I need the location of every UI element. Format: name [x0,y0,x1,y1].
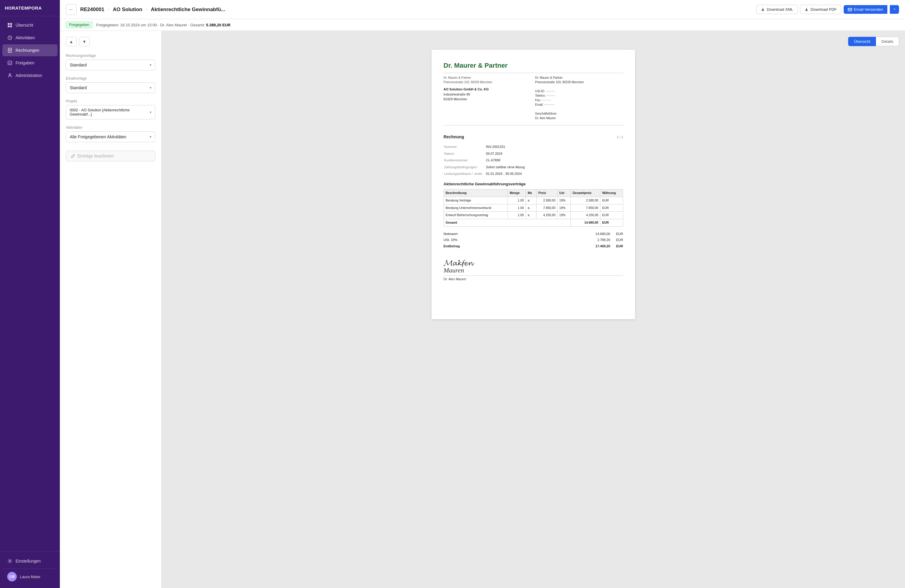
kundennummer-label: Kundennummer: [444,157,486,164]
ust-id: USt-ID: ··········· [535,89,623,94]
table-row: Beratung Verträge 1.00 a 2.580,00 19% 2.… [444,197,623,204]
zahlungsbedingungen-label: Zahlungsbedingungen: [444,164,486,170]
projekt-arrow-icon: ▾ [150,110,151,114]
sidebar-item-freigaben[interactable]: Freigaben [2,57,57,69]
separator-dot-1: · [108,6,109,13]
row3-preis: 4.250,00 [536,212,557,219]
aktivitaten-arrow-icon: ▾ [150,135,151,139]
aktivitaten-label: Aktivitäten [66,126,155,130]
divider-2 [443,125,623,126]
sidebar-nav: Übersicht Aktivitäten Rechnungen Freigab… [0,16,60,551]
endbetrag-row: Endbetrag 17.469,20 EUR [443,243,623,250]
signature-area: 𝓜𝓪𝓴𝓯𝓮𝓷 Mauren Dr. Alex Maurer [443,259,623,282]
email-caret-button[interactable] [890,5,899,14]
main-area: ← RE240001 · AO Solution · Aktienrechtli… [60,0,905,588]
total-label: Gesamt [444,219,571,227]
sender-address: Dr. Maurer & PartnerPriennerstraße 103, … [443,75,532,84]
sidebar-item-ubersicht[interactable]: Übersicht [2,19,57,31]
download-xml-label: Download XML [767,7,793,12]
sidebar-item-rechnungen[interactable]: Rechnungen [2,44,57,56]
status-badge: Freigegeben [66,22,92,28]
tab-details[interactable]: Details [876,37,899,46]
invoice-section-title: Rechnung [443,134,464,140]
emailvorlage-label: Emailvorlage [66,76,155,81]
geschäftsführer-label: Geschäftsführer: [535,111,623,116]
sidebar-item-aktivitaten[interactable]: Aktivitäten [2,32,57,44]
statusbar: Freigegeben Freigegeben: 18.10.2024 um 1… [60,19,905,31]
invoice-header-grid: Dr. Maurer & PartnerPriennerstraße 103, … [443,75,623,120]
row3-ust: 19% [557,212,570,219]
back-button[interactable]: ← [66,4,76,15]
row1-wahrung: EUR [600,197,623,204]
row1-gesamtpreis: 2.580,00 [570,197,600,204]
nummer-label: Nummer: [444,144,486,150]
datum-label: Datum: [444,151,486,157]
emailvorlage-value: Standard [70,85,87,90]
nummer-value: INV-2001331 [486,144,527,150]
sidebar-label-aktivitaten: Aktivitäten [16,35,35,40]
col-wahrung: Währung [600,189,623,197]
fax: Fax: ··········· [535,98,623,102]
rechnungsvorlage-label: Rechnungsvorlage [66,54,155,58]
aktivitaten-select[interactable]: Alle Freigegebenen Aktivitäten ▾ [66,132,155,142]
email: Email: ············ [535,102,623,107]
kundennummer-value: CL-67890 [486,157,527,164]
row2-beschreibung: Beratung Unternehmensverbund [444,204,508,212]
row2-wahrung: EUR [600,204,623,212]
scroll-up-button[interactable]: ▲ [66,37,76,46]
ust-amount: 2.789,20 [597,237,610,243]
col-menge: Menge [508,189,526,197]
grid-icon [7,22,13,28]
sidebar-label-einstellungen: Einstellungen [16,559,41,563]
download-xml-icon [761,8,765,12]
row3-wahrung: EUR [600,212,623,219]
emailvorlage-select[interactable]: Standard ▾ [66,82,155,93]
divider-1 [443,73,623,73]
back-arrow-icon: ← [69,7,74,12]
clock-icon [7,35,13,40]
row2-menge: 1.00 [508,204,526,212]
rechnungsvorlage-value: Standard [70,63,87,67]
download-pdf-button[interactable]: Download PDF [800,5,841,14]
email-icon [848,8,852,12]
scroll-down-button[interactable]: ▼ [79,37,90,46]
col-me: Me [526,189,537,197]
caret-down-icon [893,8,896,11]
row3-me: a [526,212,537,219]
email-versenden-label: Email Versenden [854,7,883,12]
svg-rect-3 [10,25,12,27]
page-number: 1 / 2 [617,135,623,140]
rechnungsvorlage-select[interactable]: Standard ▾ [66,60,155,70]
endbetrag-currency: EUR [616,244,623,249]
gear-icon [7,558,13,564]
sidebar-item-einstellungen[interactable]: Einstellungen [2,555,57,567]
row3-menge: 1.00 [508,212,526,219]
row2-gesamtpreis: 7.850,00 [570,204,600,212]
topbar-actions: Download XML Download PDF Email Versende… [756,5,899,14]
address-right: Dr. Maurer & Partner Priennerstraße 103,… [535,75,623,120]
nettowert-currency: EUR [616,231,623,237]
datum-value: 09.07.2024 [486,151,527,157]
sidebar-label-administration: Administration [16,73,42,78]
row3-beschreibung: Entwurf Beherrschungsvertrag [444,212,508,219]
invoice-number: RE240001 [80,6,104,13]
tab-ubersicht[interactable]: Übersicht [848,37,876,46]
rechnungsvorlage-group: Rechnungsvorlage Standard ▾ [66,54,155,70]
leistungszeitraum-value: 01.01.2024 - 30.06.2024 [486,171,527,177]
download-xml-button[interactable]: Download XML [756,5,797,14]
invoice-totals: Nettowert 14.680,00 EUR USt. 19% 2.789,2… [443,231,623,250]
invoice-icon [7,48,13,53]
sidebar-label-rechnungen: Rechnungen [16,48,39,53]
sender-right-line2: Priennerstraße 103, 80339 München [535,80,623,84]
sidebar-label-freigaben: Freigaben [16,60,35,65]
projekt-select[interactable]: 0002 - AO Solution [Aktienrechtliche Gew… [66,105,155,119]
table-row: Entwurf Beherrschungsvertrag 1.00 a 4.25… [444,212,623,219]
row1-me: a [526,197,537,204]
email-versenden-button[interactable]: Email Versenden [844,5,888,14]
ust-currency: EUR [616,237,623,243]
sidebar-item-administration[interactable]: Administration [2,70,57,81]
endbetrag-amount: 17.469,20 [595,244,610,249]
download-pdf-icon [805,8,809,12]
aktivitaten-value: Alle Freigegebenen Aktivitäten [70,134,126,139]
recipient-name: AO Solution GmbH & Co. KG [443,87,489,91]
